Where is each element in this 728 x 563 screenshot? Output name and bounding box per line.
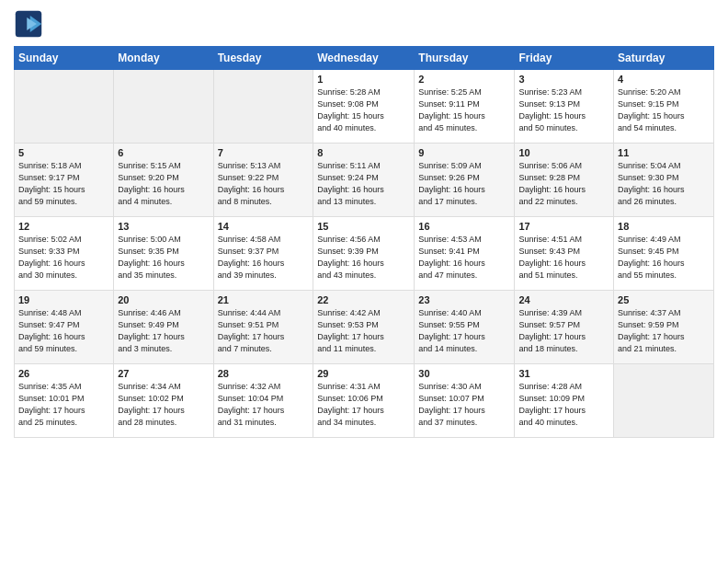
day-cell: 25Sunrise: 4:37 AM Sunset: 9:59 PM Dayli… <box>614 291 714 364</box>
day-number: 12 <box>18 221 109 232</box>
day-info: Sunrise: 4:28 AM Sunset: 10:09 PM Daylig… <box>518 381 609 429</box>
day-info: Sunrise: 5:25 AM Sunset: 9:11 PM Dayligh… <box>418 86 510 134</box>
day-info: Sunrise: 4:32 AM Sunset: 10:04 PM Daylig… <box>218 381 310 429</box>
day-info: Sunrise: 5:00 AM Sunset: 9:35 PM Dayligh… <box>118 234 209 282</box>
day-number: 17 <box>518 221 609 232</box>
day-header-monday: Monday <box>114 47 213 70</box>
day-number: 15 <box>317 221 410 232</box>
day-info: Sunrise: 5:15 AM Sunset: 9:20 PM Dayligh… <box>118 160 209 208</box>
day-cell: 9Sunrise: 5:09 AM Sunset: 9:26 PM Daylig… <box>415 144 515 217</box>
day-info: Sunrise: 4:34 AM Sunset: 10:02 PM Daylig… <box>118 381 209 429</box>
day-info: Sunrise: 4:40 AM Sunset: 9:55 PM Dayligh… <box>418 307 510 355</box>
day-info: Sunrise: 4:48 AM Sunset: 9:47 PM Dayligh… <box>18 307 109 355</box>
day-number: 10 <box>518 147 609 158</box>
day-number: 22 <box>317 294 410 305</box>
day-cell: 27Sunrise: 4:34 AM Sunset: 10:02 PM Dayl… <box>114 364 213 438</box>
day-cell: 23Sunrise: 4:40 AM Sunset: 9:55 PM Dayli… <box>415 291 515 364</box>
day-number: 13 <box>118 221 209 232</box>
day-number: 16 <box>418 221 510 232</box>
day-cell: 19Sunrise: 4:48 AM Sunset: 9:47 PM Dayli… <box>15 291 114 364</box>
week-row-1: 1Sunrise: 5:28 AM Sunset: 9:08 PM Daylig… <box>15 70 714 144</box>
day-info: Sunrise: 5:09 AM Sunset: 9:26 PM Dayligh… <box>418 160 510 208</box>
day-number: 2 <box>418 74 510 85</box>
day-number: 8 <box>317 147 410 158</box>
day-number: 26 <box>18 368 109 379</box>
day-info: Sunrise: 5:06 AM Sunset: 9:28 PM Dayligh… <box>518 160 609 208</box>
day-cell: 26Sunrise: 4:35 AM Sunset: 10:01 PM Dayl… <box>15 364 114 438</box>
day-number: 5 <box>18 147 109 158</box>
day-info: Sunrise: 5:18 AM Sunset: 9:17 PM Dayligh… <box>18 160 109 208</box>
day-info: Sunrise: 4:37 AM Sunset: 9:59 PM Dayligh… <box>618 307 710 355</box>
day-cell: 5Sunrise: 5:18 AM Sunset: 9:17 PM Daylig… <box>15 144 114 217</box>
day-number: 29 <box>317 368 410 379</box>
day-cell: 24Sunrise: 4:39 AM Sunset: 9:57 PM Dayli… <box>515 291 614 364</box>
day-cell: 21Sunrise: 4:44 AM Sunset: 9:51 PM Dayli… <box>213 291 313 364</box>
day-number: 19 <box>18 294 109 305</box>
day-info: Sunrise: 5:23 AM Sunset: 9:13 PM Dayligh… <box>518 86 609 134</box>
header <box>14 9 714 39</box>
day-info: Sunrise: 5:02 AM Sunset: 9:33 PM Dayligh… <box>18 234 109 282</box>
day-cell: 22Sunrise: 4:42 AM Sunset: 9:53 PM Dayli… <box>313 291 415 364</box>
day-header-saturday: Saturday <box>614 47 714 70</box>
day-cell: 6Sunrise: 5:15 AM Sunset: 9:20 PM Daylig… <box>114 144 213 217</box>
day-info: Sunrise: 5:11 AM Sunset: 9:24 PM Dayligh… <box>317 160 410 208</box>
day-cell: 15Sunrise: 4:56 AM Sunset: 9:39 PM Dayli… <box>313 217 415 291</box>
day-number: 3 <box>518 74 609 85</box>
day-info: Sunrise: 4:44 AM Sunset: 9:51 PM Dayligh… <box>218 307 310 355</box>
day-cell: 16Sunrise: 4:53 AM Sunset: 9:41 PM Dayli… <box>415 217 515 291</box>
day-number: 28 <box>218 368 310 379</box>
day-number: 18 <box>618 221 710 232</box>
day-cell: 14Sunrise: 4:58 AM Sunset: 9:37 PM Dayli… <box>213 217 313 291</box>
week-row-4: 19Sunrise: 4:48 AM Sunset: 9:47 PM Dayli… <box>15 291 714 364</box>
day-header-sunday: Sunday <box>15 47 114 70</box>
calendar-table: SundayMondayTuesdayWednesdayThursdayFrid… <box>14 46 714 438</box>
day-number: 7 <box>218 147 310 158</box>
day-info: Sunrise: 4:58 AM Sunset: 9:37 PM Dayligh… <box>218 234 310 282</box>
logo-icon <box>14 9 43 39</box>
day-cell: 28Sunrise: 4:32 AM Sunset: 10:04 PM Dayl… <box>213 364 313 438</box>
day-number: 20 <box>118 294 209 305</box>
day-cell: 1Sunrise: 5:28 AM Sunset: 9:08 PM Daylig… <box>313 70 415 144</box>
day-info: Sunrise: 4:31 AM Sunset: 10:06 PM Daylig… <box>317 381 410 429</box>
day-cell: 8Sunrise: 5:11 AM Sunset: 9:24 PM Daylig… <box>313 144 415 217</box>
day-info: Sunrise: 4:51 AM Sunset: 9:43 PM Dayligh… <box>518 234 609 282</box>
day-cell: 17Sunrise: 4:51 AM Sunset: 9:43 PM Dayli… <box>515 217 614 291</box>
day-cell <box>15 70 114 144</box>
week-row-2: 5Sunrise: 5:18 AM Sunset: 9:17 PM Daylig… <box>15 144 714 217</box>
day-number: 25 <box>618 294 710 305</box>
day-cell: 18Sunrise: 4:49 AM Sunset: 9:45 PM Dayli… <box>614 217 714 291</box>
day-info: Sunrise: 4:35 AM Sunset: 10:01 PM Daylig… <box>18 381 109 429</box>
day-header-wednesday: Wednesday <box>313 47 415 70</box>
page: SundayMondayTuesdayWednesdayThursdayFrid… <box>0 0 728 447</box>
day-cell: 13Sunrise: 5:00 AM Sunset: 9:35 PM Dayli… <box>114 217 213 291</box>
day-number: 9 <box>418 147 510 158</box>
day-info: Sunrise: 5:04 AM Sunset: 9:30 PM Dayligh… <box>618 160 710 208</box>
day-cell: 12Sunrise: 5:02 AM Sunset: 9:33 PM Dayli… <box>15 217 114 291</box>
day-number: 23 <box>418 294 510 305</box>
day-cell: 20Sunrise: 4:46 AM Sunset: 9:49 PM Dayli… <box>114 291 213 364</box>
day-info: Sunrise: 4:39 AM Sunset: 9:57 PM Dayligh… <box>518 307 609 355</box>
day-info: Sunrise: 4:46 AM Sunset: 9:49 PM Dayligh… <box>118 307 209 355</box>
day-number: 21 <box>218 294 310 305</box>
week-row-3: 12Sunrise: 5:02 AM Sunset: 9:33 PM Dayli… <box>15 217 714 291</box>
day-cell: 3Sunrise: 5:23 AM Sunset: 9:13 PM Daylig… <box>515 70 614 144</box>
day-number: 24 <box>518 294 609 305</box>
day-header-thursday: Thursday <box>415 47 515 70</box>
day-number: 11 <box>618 147 710 158</box>
day-number: 14 <box>218 221 310 232</box>
day-info: Sunrise: 5:13 AM Sunset: 9:22 PM Dayligh… <box>218 160 310 208</box>
day-cell <box>213 70 313 144</box>
day-info: Sunrise: 4:49 AM Sunset: 9:45 PM Dayligh… <box>618 234 710 282</box>
day-number: 31 <box>518 368 609 379</box>
day-cell: 29Sunrise: 4:31 AM Sunset: 10:06 PM Dayl… <box>313 364 415 438</box>
day-number: 27 <box>118 368 209 379</box>
day-header-tuesday: Tuesday <box>213 47 313 70</box>
day-cell <box>114 70 213 144</box>
logo <box>14 9 47 39</box>
day-number: 1 <box>317 74 410 85</box>
day-info: Sunrise: 4:56 AM Sunset: 9:39 PM Dayligh… <box>317 234 410 282</box>
week-row-5: 26Sunrise: 4:35 AM Sunset: 10:01 PM Dayl… <box>15 364 714 438</box>
day-info: Sunrise: 5:20 AM Sunset: 9:15 PM Dayligh… <box>618 86 710 134</box>
day-number: 6 <box>118 147 209 158</box>
day-cell: 4Sunrise: 5:20 AM Sunset: 9:15 PM Daylig… <box>614 70 714 144</box>
